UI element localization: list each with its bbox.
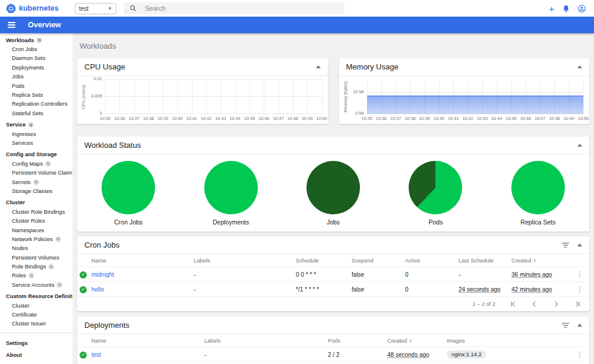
sidebar-item-cluster-roles[interactable]: Cluster Roles — [0, 216, 72, 225]
cron-jobs-card: Cron Jobs NameLabelsScheduleSuspendActiv… — [77, 236, 589, 311]
sidebar-item-pods[interactable]: Pods — [0, 81, 72, 90]
x-tick-label: 10:36 — [376, 116, 387, 121]
sidebar-item-cron-jobs[interactable]: Cron Jobs — [0, 45, 72, 53]
sidebar-item-replication-controllers[interactable]: Replication Controllers — [0, 100, 72, 109]
next-page-icon[interactable] — [552, 300, 560, 308]
memory-usage-chart: Memory (bytes) 0 Mi10 Mi 10:3510:3610:37… — [339, 76, 590, 124]
column-header-name[interactable]: Name — [91, 338, 204, 344]
previous-page-icon[interactable] — [531, 300, 538, 308]
card-title: Memory Usage — [346, 62, 399, 71]
cell-created: 48 seconds ago — [387, 352, 447, 358]
hello-link[interactable]: hello — [91, 286, 104, 293]
search-input[interactable] — [144, 4, 339, 12]
sidebar-section-custom-resource-definitions[interactable]: Custom Resource Definitions — [0, 292, 72, 301]
grid-line — [220, 80, 221, 114]
collapse-icon[interactable] — [577, 324, 582, 327]
add-resource-icon[interactable]: + — [549, 4, 554, 13]
column-header-name[interactable]: Name — [91, 258, 194, 264]
sidebar-item-role-bindings[interactable]: Role BindingsN — [0, 262, 72, 271]
sidebar-item-nodes[interactable]: Nodes — [0, 244, 72, 253]
sidebar-item-cluster[interactable]: Cluster — [0, 301, 72, 310]
sidebar-nav: WorkloadsNCron JobsDaemon SetsDeployment… — [0, 33, 72, 364]
sidebar-item-jobs[interactable]: Jobs — [0, 72, 72, 81]
test-link[interactable]: test — [91, 352, 101, 358]
cell-kebab: ⋮ — [574, 270, 589, 278]
brand-logo[interactable]: kubernetes — [0, 4, 75, 14]
table-row[interactable]: ✓hello-*/1 * * * *false024 seconds ago42… — [77, 282, 589, 297]
sidebar-item-ingresses[interactable]: Ingresses — [0, 129, 72, 138]
collapse-icon[interactable] — [577, 144, 582, 147]
row-menu-icon[interactable]: ⋮ — [574, 270, 586, 278]
table-row[interactable]: ✓test-2 / 248 seconds agonginx:1.14.2⋮ — [77, 347, 589, 362]
collapse-icon[interactable] — [316, 65, 321, 68]
menu-icon[interactable] — [8, 22, 15, 28]
sidebar-item-certificate[interactable]: Certificate — [0, 310, 72, 319]
row-menu-icon[interactable]: ⋮ — [574, 285, 586, 293]
column-header-last-schedule[interactable]: Last Schedule — [459, 258, 511, 264]
sidebar-item-daemon-sets[interactable]: Daemon Sets — [0, 54, 72, 63]
status-ok-icon: ✓ — [80, 271, 87, 278]
cell-labels: - — [204, 352, 328, 358]
sidebar-item-secrets[interactable]: SecretsN — [0, 178, 72, 186]
column-header-created[interactable]: Created↑ — [387, 338, 447, 344]
sidebar-item-replica-sets[interactable]: Replica Sets — [0, 90, 72, 99]
sidebar-section-workloads[interactable]: WorkloadsN — [0, 36, 72, 45]
sidebar-divider — [0, 333, 72, 333]
sidebar-item-config-maps[interactable]: Config MapsN — [0, 159, 72, 168]
column-header-images[interactable]: Images — [447, 338, 574, 344]
card-title: Deployments — [84, 321, 129, 330]
sidebar-item-cluster-issuer[interactable]: Cluster Issuer — [0, 319, 72, 328]
grid-line — [307, 80, 308, 114]
sidebar-item-deployments[interactable]: Deployments — [0, 63, 72, 72]
sidebar-section-config-and-storage[interactable]: Config and Storage — [0, 150, 72, 159]
collapse-icon[interactable] — [577, 65, 582, 68]
sidebar-item-namespaces[interactable]: Namespaces — [0, 226, 72, 235]
filter-icon[interactable] — [562, 322, 569, 328]
first-page-icon[interactable] — [510, 300, 517, 308]
last-page-icon[interactable] — [574, 300, 581, 308]
column-header-active[interactable]: Active — [405, 258, 459, 264]
x-tick-label: 10:35 — [361, 116, 372, 121]
table-row[interactable]: ✓midnight-0 0 * * *false0-36 minutes ago… — [77, 267, 589, 282]
column-header-pods[interactable]: Pods — [328, 338, 387, 344]
cell-schedule: */1 * * * * — [296, 286, 352, 293]
sidebar-item-network-policies[interactable]: Network PoliciesN — [0, 235, 72, 243]
sidebar-item-persistent-volumes[interactable]: Persistent Volumes — [0, 253, 72, 262]
column-header-schedule[interactable]: Schedule — [296, 258, 352, 264]
x-tick-label: 10:42 — [462, 116, 473, 121]
account-icon[interactable] — [578, 5, 586, 12]
notifications-icon[interactable] — [563, 5, 570, 12]
workload-status-item: Cron Jobs — [77, 161, 179, 226]
column-header-suspend[interactable]: Suspend — [352, 258, 405, 264]
sidebar-item-roles[interactable]: RolesN — [0, 271, 72, 280]
grid-line — [583, 80, 584, 114]
filter-icon[interactable] — [562, 242, 569, 248]
sidebar-section-service[interactable]: ServiceN — [0, 121, 72, 129]
row-menu-icon[interactable]: ⋮ — [574, 350, 586, 359]
table-header-row: NameLabelsScheduleSuspendActiveLast Sche… — [77, 254, 589, 267]
search-bar[interactable] — [124, 2, 345, 14]
sidebar-item-settings[interactable]: Settings — [0, 337, 72, 349]
cell-name: hello — [91, 286, 194, 293]
midnight-link[interactable]: midnight — [91, 271, 114, 278]
column-header-created[interactable]: Created↑ — [511, 258, 574, 264]
sidebar-item-cluster-role-bindings[interactable]: Cluster Role Bindings — [0, 207, 72, 216]
namespace-select[interactable]: test ▼ — [75, 3, 116, 14]
collapse-icon[interactable] — [577, 243, 582, 246]
series-area — [367, 96, 584, 114]
sidebar-item-service-accounts[interactable]: Service AccountsN — [0, 280, 72, 289]
kubernetes-dashboard: kubernetes test ▼ + — [0, 0, 594, 364]
sidebar-item-about[interactable]: About — [0, 349, 72, 361]
cell-kebab: ⋮ — [574, 350, 589, 359]
sidebar-item-services[interactable]: Services — [0, 138, 72, 147]
sidebar-item-persistent-volume-claims[interactable]: Persistent Volume ClaimsN — [0, 168, 72, 177]
sidebar-section-cluster[interactable]: Cluster — [0, 198, 72, 207]
workload-status-item: Pods — [384, 161, 486, 226]
kubernetes-logo-icon — [6, 4, 16, 14]
sidebar-item-stateful-sets[interactable]: Stateful Sets — [0, 109, 72, 118]
column-header-labels[interactable]: Labels — [194, 258, 296, 264]
sidebar-item-storage-classes[interactable]: Storage Classes — [0, 186, 72, 195]
plot-area — [105, 80, 322, 114]
x-tick-label: 10:48 — [287, 116, 298, 121]
column-header-labels[interactable]: Labels — [204, 338, 328, 344]
